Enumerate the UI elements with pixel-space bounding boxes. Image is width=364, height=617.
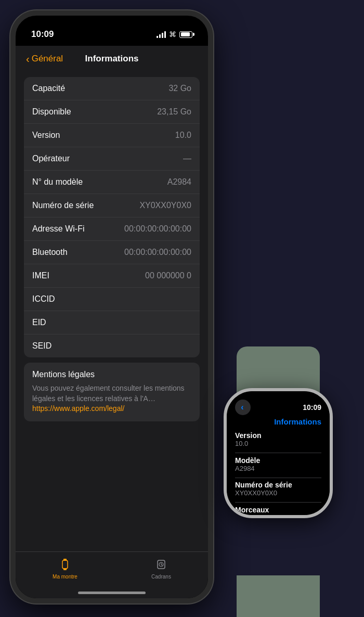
status-time: 10:09 xyxy=(31,29,54,40)
iphone-device: 10:09 ⌘ ‹ Général Informations Cap xyxy=(10,10,213,603)
watch-back-button[interactable]: ‹ xyxy=(235,400,251,415)
legal-text: Vous pouvez également consulter les ment… xyxy=(32,383,191,414)
table-row: Disponible 23,15 Go xyxy=(24,100,200,124)
svg-line-6 xyxy=(161,564,162,565)
table-row: ICCID xyxy=(24,288,200,311)
tab-faces[interactable]: Cadrans xyxy=(151,557,171,580)
row-label: EID xyxy=(32,318,46,327)
row-label: Opérateur xyxy=(32,154,70,163)
tab-my-watch[interactable]: Ma montre xyxy=(53,557,77,580)
watch-time: 10:09 xyxy=(303,403,321,412)
watch-content: Version 10.0 Modèle A2984 Numéro de séri… xyxy=(235,431,321,514)
row-value: XY0XX0Y0X0 xyxy=(139,201,191,210)
row-label: Numéro de série xyxy=(32,201,94,210)
wifi-icon: ⌘ xyxy=(169,30,176,38)
battery-icon xyxy=(179,31,192,38)
watch-crown xyxy=(330,428,333,451)
row-value: 10.0 xyxy=(175,131,191,140)
watch-band-bottom xyxy=(237,575,320,617)
row-label: Bluetooth xyxy=(32,248,68,257)
status-icons: ⌘ xyxy=(157,30,192,38)
row-label: Adresse Wi-Fi xyxy=(32,224,84,234)
table-row: Bluetooth 00:00:00:00:00:00 xyxy=(24,241,200,264)
tab-bar: Ma montre Cadrans xyxy=(16,551,208,598)
chevron-left-icon: ‹ xyxy=(26,53,30,65)
row-value: 00:00:00:00:00:00 xyxy=(124,224,191,234)
table-row: SEID xyxy=(24,335,200,357)
svg-rect-0 xyxy=(62,560,68,569)
row-label: Version xyxy=(32,131,60,140)
watch-item-label: Modèle xyxy=(235,456,321,465)
watch-divider xyxy=(235,453,321,453)
info-list: Capacité 32 Go Disponible 23,15 Go Versi… xyxy=(16,77,208,421)
table-row: Adresse Wi-Fi 00:00:00:00:00:00 xyxy=(24,217,200,241)
apple-watch-device: ‹ 10:09 Informations Version 10.0 Modèle… xyxy=(203,388,354,586)
watch-item-label: Version xyxy=(235,431,321,440)
watch-divider xyxy=(235,478,321,478)
tab-my-watch-label: Ma montre xyxy=(53,574,77,580)
watch-divider xyxy=(235,502,321,503)
tab-faces-label: Cadrans xyxy=(151,574,171,580)
watch-item-label: Morceaux xyxy=(235,506,321,514)
row-value: — xyxy=(183,154,191,163)
watch-item-value: XY0XX0Y0X0 xyxy=(235,489,321,497)
row-label: IMEI xyxy=(32,271,49,280)
watch-title: Informations xyxy=(235,417,321,426)
table-row: IMEI 00 000000 0 xyxy=(24,264,200,288)
dynamic-island xyxy=(81,22,143,40)
watch-chevron-icon: ‹ xyxy=(241,403,243,412)
faces-tab-icon xyxy=(154,557,168,572)
row-label: Capacité xyxy=(32,84,65,93)
legal-link[interactable]: https://www.apple.com/legal/ xyxy=(32,404,124,413)
nav-header: ‹ Général Informations xyxy=(16,46,208,72)
back-label: Général xyxy=(32,54,63,64)
watch-info-item: Morceaux xyxy=(235,506,321,514)
watch-info-item: Version 10.0 xyxy=(235,431,321,447)
legal-title: Mentions légales xyxy=(32,370,191,379)
watch-info-item: Numéro de série XY0XX0Y0X0 xyxy=(235,481,321,497)
row-label: SEID xyxy=(32,341,51,351)
row-label: ICCID xyxy=(32,294,55,304)
watch-body: ‹ 10:09 Informations Version 10.0 Modèle… xyxy=(224,388,333,518)
watch-item-label: Numéro de série xyxy=(235,481,321,489)
signal-icon xyxy=(157,31,166,38)
row-value: A2984 xyxy=(167,177,191,187)
row-label: N° du modèle xyxy=(32,177,83,187)
table-row: Version 10.0 xyxy=(24,124,200,147)
watch-status-bar: ‹ 10:09 xyxy=(235,400,321,415)
watch-item-value: 10.0 xyxy=(235,440,321,447)
watch-button xyxy=(331,456,333,467)
svg-rect-2 xyxy=(63,568,67,570)
watch-tab-icon xyxy=(58,557,72,572)
table-row: Opérateur — xyxy=(24,147,200,171)
table-row: Capacité 32 Go xyxy=(24,77,200,100)
legal-section: Mentions légales Vous pouvez également c… xyxy=(24,363,200,421)
table-row: Numéro de série XY0XX0Y0X0 xyxy=(24,194,200,217)
home-indicator xyxy=(78,592,146,594)
watch-item-value: A2984 xyxy=(235,465,321,472)
row-value: 00:00:00:00:00:00 xyxy=(124,248,191,257)
row-value: 00 000000 0 xyxy=(145,271,191,280)
row-value: 23,15 Go xyxy=(157,107,191,117)
page-title: Informations xyxy=(85,54,139,64)
info-section-main: Capacité 32 Go Disponible 23,15 Go Versi… xyxy=(24,77,200,357)
svg-rect-1 xyxy=(63,559,67,561)
watch-screen: ‹ 10:09 Informations Version 10.0 Modèle… xyxy=(227,391,330,515)
watch-info-item: Modèle A2984 xyxy=(235,456,321,472)
phone-content: Capacité 32 Go Disponible 23,15 Go Versi… xyxy=(16,72,208,551)
back-button[interactable]: ‹ Général xyxy=(26,53,63,65)
table-row: EID xyxy=(24,311,200,335)
row-label: Disponible xyxy=(32,107,71,117)
row-value: 32 Go xyxy=(168,84,191,93)
table-row: N° du modèle A2984 xyxy=(24,171,200,194)
